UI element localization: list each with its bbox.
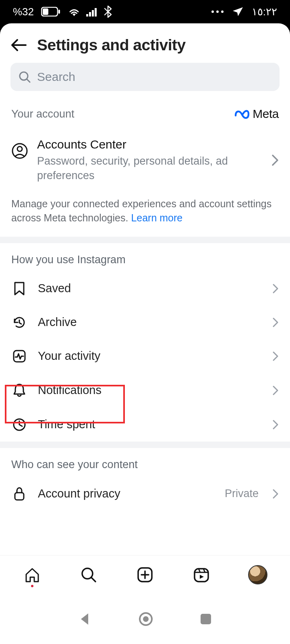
accounts-center-row[interactable]: Accounts Center Password, security, pers… <box>0 128 290 187</box>
chevron-right-icon <box>272 419 279 430</box>
bookmark-icon <box>11 281 27 296</box>
page-title: Settings and activity <box>37 36 186 54</box>
row-your-activity[interactable]: Your activity <box>0 339 290 373</box>
tab-home-indicator-dot <box>31 585 33 587</box>
profile-avatar-icon <box>248 565 267 584</box>
svg-line-18 <box>91 578 95 582</box>
wifi-icon <box>68 6 81 17</box>
row-notifications[interactable]: Notifications <box>0 373 290 408</box>
lock-icon <box>11 486 27 502</box>
search-field[interactable] <box>10 63 280 91</box>
svg-rect-5 <box>92 10 94 17</box>
row-label: Archive <box>38 316 262 329</box>
row-account-privacy[interactable]: Account privacy Private <box>0 477 290 511</box>
chevron-right-icon <box>271 154 279 166</box>
nav-home-icon[interactable] <box>138 611 154 627</box>
app-surface: Settings and activity Your account Meta <box>0 23 290 594</box>
bell-icon <box>11 383 27 398</box>
svg-rect-22 <box>195 569 208 582</box>
meta-brand-text: Meta <box>253 107 279 121</box>
svg-point-13 <box>17 147 22 151</box>
battery-icon <box>41 7 60 17</box>
person-circle-icon <box>11 142 28 159</box>
tab-create[interactable] <box>135 565 155 585</box>
send-plane-icon <box>232 6 244 17</box>
nav-recents-icon[interactable] <box>199 613 212 625</box>
meta-brand-badge: Meta <box>234 107 279 121</box>
svg-point-8 <box>216 10 219 13</box>
row-archive[interactable]: Archive <box>0 305 290 339</box>
tab-search[interactable] <box>79 565 99 585</box>
svg-line-11 <box>27 79 30 82</box>
svg-rect-6 <box>95 8 97 17</box>
svg-point-7 <box>211 10 214 13</box>
row-label: Time spent <box>38 418 262 431</box>
chevron-right-icon <box>272 283 279 294</box>
tab-home[interactable] <box>22 565 42 585</box>
row-label: Account privacy <box>38 487 214 500</box>
page-header: Settings and activity <box>0 23 290 63</box>
section-divider <box>0 237 290 243</box>
row-label: Saved <box>38 282 262 295</box>
chevron-right-icon <box>272 489 279 499</box>
svg-rect-4 <box>89 12 91 17</box>
svg-point-9 <box>221 10 224 13</box>
tab-profile[interactable] <box>248 565 268 585</box>
row-value: Private <box>225 487 259 500</box>
row-saved[interactable]: Saved <box>0 272 290 305</box>
chevron-right-icon <box>272 385 279 396</box>
section-header-who-can-see: Who can see your content <box>0 448 290 477</box>
archive-history-icon <box>11 315 27 330</box>
clock-icon <box>11 417 27 432</box>
row-label: Your activity <box>38 349 262 363</box>
svg-rect-1 <box>43 8 48 15</box>
bluetooth-icon <box>104 6 112 18</box>
search-input[interactable] <box>36 70 271 84</box>
tab-reels[interactable] <box>191 565 211 585</box>
svg-rect-25 <box>201 614 211 624</box>
row-label: Notifications <box>38 384 262 397</box>
section-header-your-account: Your account Meta <box>0 103 290 128</box>
section-label: Your account <box>11 108 75 120</box>
nav-back-icon[interactable] <box>78 612 92 626</box>
chevron-right-icon <box>272 317 279 328</box>
accounts-center-subtitle: Password, security, personal details, ad… <box>37 154 238 183</box>
row-time-spent[interactable]: Time spent <box>0 408 290 442</box>
svg-rect-3 <box>86 14 88 17</box>
search-icon <box>19 71 31 83</box>
battery-percent-text: %32 <box>13 6 34 18</box>
svg-point-24 <box>143 616 149 622</box>
cellular-signal-icon <box>86 7 98 17</box>
section-header-how-you-use: How you use Instagram <box>0 243 290 272</box>
accounts-center-description: Manage your connected experiences and ac… <box>0 187 290 237</box>
android-nav-bar <box>0 594 290 644</box>
learn-more-link[interactable]: Learn more <box>131 212 182 223</box>
meta-infinity-icon <box>234 108 250 120</box>
activity-pulse-icon <box>11 349 27 363</box>
chevron-right-icon <box>272 351 279 361</box>
more-dots-icon <box>211 10 224 14</box>
android-status-bar: %32 ١٥:٢٢ <box>0 0 290 23</box>
instagram-tab-bar <box>0 555 290 594</box>
svg-rect-2 <box>58 10 60 14</box>
svg-rect-16 <box>15 493 24 500</box>
clock-text: ١٥:٢٢ <box>252 6 277 18</box>
section-divider <box>0 442 290 448</box>
accounts-center-title: Accounts Center <box>37 138 238 151</box>
back-arrow-icon[interactable] <box>10 38 27 52</box>
